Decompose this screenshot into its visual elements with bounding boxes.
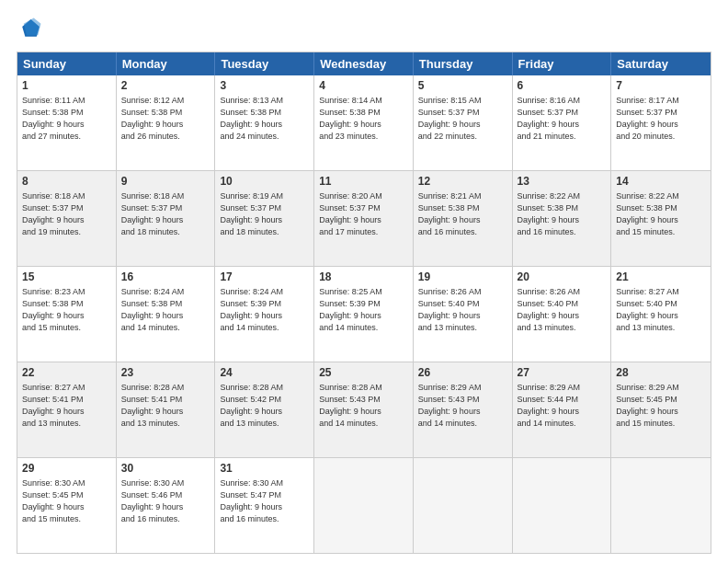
day-info: Sunrise: 8:30 AM Sunset: 5:46 PM Dayligh… xyxy=(121,477,210,525)
calendar-day-empty xyxy=(314,458,414,553)
calendar-day-3: 3Sunrise: 8:13 AM Sunset: 5:38 PM Daylig… xyxy=(215,75,314,170)
calendar-day-14: 14Sunrise: 8:22 AM Sunset: 5:38 PM Dayli… xyxy=(611,171,711,266)
day-info: Sunrise: 8:28 AM Sunset: 5:43 PM Dayligh… xyxy=(319,382,408,430)
day-number: 25 xyxy=(319,365,408,381)
day-number: 26 xyxy=(418,365,507,381)
page: SundayMondayTuesdayWednesdayThursdayFrid… xyxy=(0,0,728,563)
day-number: 3 xyxy=(220,78,309,94)
header-day-monday: Monday xyxy=(117,52,216,75)
header-day-wednesday: Wednesday xyxy=(314,52,414,75)
day-info: Sunrise: 8:11 AM Sunset: 5:38 PM Dayligh… xyxy=(22,95,111,143)
day-number: 10 xyxy=(220,174,309,190)
calendar-body: 1Sunrise: 8:11 AM Sunset: 5:38 PM Daylig… xyxy=(17,75,711,553)
calendar-day-13: 13Sunrise: 8:22 AM Sunset: 5:38 PM Dayli… xyxy=(513,171,612,266)
calendar-week-1: 1Sunrise: 8:11 AM Sunset: 5:38 PM Daylig… xyxy=(17,75,711,170)
day-number: 4 xyxy=(319,78,408,94)
day-number: 28 xyxy=(616,365,706,381)
day-info: Sunrise: 8:12 AM Sunset: 5:38 PM Dayligh… xyxy=(121,95,210,143)
header xyxy=(17,17,711,42)
calendar-day-empty xyxy=(513,458,612,553)
header-day-saturday: Saturday xyxy=(611,52,711,75)
calendar-day-28: 28Sunrise: 8:29 AM Sunset: 5:45 PM Dayli… xyxy=(611,362,711,457)
day-number: 21 xyxy=(616,270,706,285)
day-number: 22 xyxy=(22,365,111,381)
calendar-week-3: 15Sunrise: 8:23 AM Sunset: 5:38 PM Dayli… xyxy=(17,266,711,362)
day-info: Sunrise: 8:15 AM Sunset: 5:37 PM Dayligh… xyxy=(418,95,507,143)
calendar-week-2: 8Sunrise: 8:18 AM Sunset: 5:37 PM Daylig… xyxy=(17,170,711,266)
calendar-day-1: 1Sunrise: 8:11 AM Sunset: 5:38 PM Daylig… xyxy=(17,75,117,170)
day-number: 16 xyxy=(121,270,210,285)
header-day-friday: Friday xyxy=(513,52,612,75)
calendar-day-27: 27Sunrise: 8:29 AM Sunset: 5:44 PM Dayli… xyxy=(513,362,612,457)
day-info: Sunrise: 8:27 AM Sunset: 5:41 PM Dayligh… xyxy=(22,382,111,430)
day-number: 27 xyxy=(518,365,607,381)
day-info: Sunrise: 8:21 AM Sunset: 5:38 PM Dayligh… xyxy=(418,190,507,238)
day-info: Sunrise: 8:28 AM Sunset: 5:41 PM Dayligh… xyxy=(121,382,210,430)
calendar-day-18: 18Sunrise: 8:25 AM Sunset: 5:39 PM Dayli… xyxy=(314,267,414,362)
day-number: 8 xyxy=(22,174,111,190)
day-info: Sunrise: 8:13 AM Sunset: 5:38 PM Dayligh… xyxy=(220,95,309,143)
day-info: Sunrise: 8:24 AM Sunset: 5:38 PM Dayligh… xyxy=(121,286,210,334)
logo xyxy=(17,17,46,42)
day-info: Sunrise: 8:30 AM Sunset: 5:45 PM Dayligh… xyxy=(22,477,111,525)
day-info: Sunrise: 8:19 AM Sunset: 5:37 PM Dayligh… xyxy=(220,190,309,238)
day-info: Sunrise: 8:24 AM Sunset: 5:39 PM Dayligh… xyxy=(220,286,309,334)
day-info: Sunrise: 8:14 AM Sunset: 5:38 PM Dayligh… xyxy=(319,95,408,143)
day-info: Sunrise: 8:20 AM Sunset: 5:37 PM Dayligh… xyxy=(319,190,408,238)
header-day-tuesday: Tuesday xyxy=(215,52,314,75)
calendar-week-4: 22Sunrise: 8:27 AM Sunset: 5:41 PM Dayli… xyxy=(17,362,711,457)
calendar-day-23: 23Sunrise: 8:28 AM Sunset: 5:41 PM Dayli… xyxy=(117,362,216,457)
calendar-day-4: 4Sunrise: 8:14 AM Sunset: 5:38 PM Daylig… xyxy=(314,75,414,170)
day-info: Sunrise: 8:25 AM Sunset: 5:39 PM Dayligh… xyxy=(319,286,408,334)
day-info: Sunrise: 8:22 AM Sunset: 5:38 PM Dayligh… xyxy=(518,190,607,238)
day-info: Sunrise: 8:22 AM Sunset: 5:38 PM Dayligh… xyxy=(616,190,706,238)
day-info: Sunrise: 8:29 AM Sunset: 5:44 PM Dayligh… xyxy=(518,382,607,430)
day-number: 2 xyxy=(121,78,210,94)
calendar-day-5: 5Sunrise: 8:15 AM Sunset: 5:37 PM Daylig… xyxy=(414,75,513,170)
calendar-day-26: 26Sunrise: 8:29 AM Sunset: 5:43 PM Dayli… xyxy=(414,362,513,457)
day-info: Sunrise: 8:29 AM Sunset: 5:43 PM Dayligh… xyxy=(418,382,507,430)
day-number: 15 xyxy=(22,270,111,285)
calendar-day-17: 17Sunrise: 8:24 AM Sunset: 5:39 PM Dayli… xyxy=(215,267,314,362)
calendar-day-11: 11Sunrise: 8:20 AM Sunset: 5:37 PM Dayli… xyxy=(314,171,414,266)
day-number: 29 xyxy=(22,461,111,477)
day-info: Sunrise: 8:26 AM Sunset: 5:40 PM Dayligh… xyxy=(418,286,507,334)
calendar-day-25: 25Sunrise: 8:28 AM Sunset: 5:43 PM Dayli… xyxy=(314,362,414,457)
day-info: Sunrise: 8:29 AM Sunset: 5:45 PM Dayligh… xyxy=(616,382,706,430)
calendar: SundayMondayTuesdayWednesdayThursdayFrid… xyxy=(17,52,711,554)
calendar-day-21: 21Sunrise: 8:27 AM Sunset: 5:40 PM Dayli… xyxy=(611,267,711,362)
day-number: 31 xyxy=(220,461,309,477)
calendar-day-6: 6Sunrise: 8:16 AM Sunset: 5:37 PM Daylig… xyxy=(513,75,612,170)
day-number: 11 xyxy=(319,174,408,190)
logo-icon xyxy=(17,17,42,42)
day-number: 23 xyxy=(121,365,210,381)
day-number: 19 xyxy=(418,270,507,285)
calendar-header: SundayMondayTuesdayWednesdayThursdayFrid… xyxy=(17,52,711,75)
day-number: 9 xyxy=(121,174,210,190)
calendar-day-empty xyxy=(414,458,513,553)
day-info: Sunrise: 8:30 AM Sunset: 5:47 PM Dayligh… xyxy=(220,477,309,525)
day-info: Sunrise: 8:16 AM Sunset: 5:37 PM Dayligh… xyxy=(518,95,607,143)
day-number: 24 xyxy=(220,365,309,381)
calendar-day-20: 20Sunrise: 8:26 AM Sunset: 5:40 PM Dayli… xyxy=(513,267,612,362)
day-number: 18 xyxy=(319,270,408,285)
day-info: Sunrise: 8:27 AM Sunset: 5:40 PM Dayligh… xyxy=(616,286,706,334)
calendar-day-2: 2Sunrise: 8:12 AM Sunset: 5:38 PM Daylig… xyxy=(117,75,216,170)
day-info: Sunrise: 8:23 AM Sunset: 5:38 PM Dayligh… xyxy=(22,286,111,334)
calendar-day-16: 16Sunrise: 8:24 AM Sunset: 5:38 PM Dayli… xyxy=(117,267,216,362)
calendar-day-10: 10Sunrise: 8:19 AM Sunset: 5:37 PM Dayli… xyxy=(215,171,314,266)
day-info: Sunrise: 8:18 AM Sunset: 5:37 PM Dayligh… xyxy=(22,190,111,238)
day-number: 5 xyxy=(418,78,507,94)
day-number: 7 xyxy=(616,78,706,94)
calendar-day-7: 7Sunrise: 8:17 AM Sunset: 5:37 PM Daylig… xyxy=(611,75,711,170)
calendar-day-9: 9Sunrise: 8:18 AM Sunset: 5:37 PM Daylig… xyxy=(117,171,216,266)
day-number: 6 xyxy=(518,78,607,94)
day-number: 14 xyxy=(616,174,706,190)
calendar-day-19: 19Sunrise: 8:26 AM Sunset: 5:40 PM Dayli… xyxy=(414,267,513,362)
day-number: 13 xyxy=(518,174,607,190)
svg-marker-1 xyxy=(24,18,41,36)
calendar-day-29: 29Sunrise: 8:30 AM Sunset: 5:45 PM Dayli… xyxy=(17,458,117,553)
day-info: Sunrise: 8:26 AM Sunset: 5:40 PM Dayligh… xyxy=(518,286,607,334)
calendar-day-22: 22Sunrise: 8:27 AM Sunset: 5:41 PM Dayli… xyxy=(17,362,117,457)
calendar-day-empty xyxy=(611,458,711,553)
